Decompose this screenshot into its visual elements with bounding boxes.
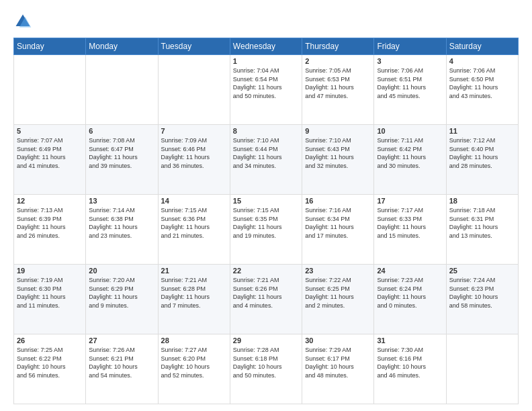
- calendar-cell: 28Sunrise: 7:27 AM Sunset: 6:20 PM Dayli…: [158, 334, 230, 404]
- day-number: 7: [161, 127, 227, 135]
- weekday-saturday: Saturday: [446, 38, 518, 55]
- calendar-cell: 2Sunrise: 7:05 AM Sunset: 6:53 PM Daylig…: [302, 55, 374, 125]
- logo-icon: [13, 12, 32, 31]
- calendar-cell: [158, 55, 230, 125]
- day-info: Sunrise: 7:28 AM Sunset: 6:18 PM Dayligh…: [233, 346, 299, 379]
- calendar-cell: 29Sunrise: 7:28 AM Sunset: 6:18 PM Dayli…: [230, 334, 302, 404]
- day-info: Sunrise: 7:29 AM Sunset: 6:17 PM Dayligh…: [305, 346, 371, 379]
- day-number: 2: [305, 57, 371, 65]
- day-number: 31: [377, 336, 443, 345]
- calendar-cell: 18Sunrise: 7:18 AM Sunset: 6:31 PM Dayli…: [446, 195, 518, 265]
- day-info: Sunrise: 7:15 AM Sunset: 6:35 PM Dayligh…: [233, 206, 299, 240]
- calendar-cell: [86, 55, 158, 125]
- day-number: 10: [377, 127, 443, 135]
- day-info: Sunrise: 7:19 AM Sunset: 6:30 PM Dayligh…: [17, 276, 83, 310]
- day-info: Sunrise: 7:08 AM Sunset: 6:47 PM Dayligh…: [89, 136, 154, 170]
- day-info: Sunrise: 7:23 AM Sunset: 6:24 PM Dayligh…: [377, 276, 443, 310]
- day-info: Sunrise: 7:30 AM Sunset: 6:16 PM Dayligh…: [377, 346, 443, 379]
- day-info: Sunrise: 7:24 AM Sunset: 6:23 PM Dayligh…: [449, 276, 515, 310]
- day-info: Sunrise: 7:06 AM Sunset: 6:50 PM Dayligh…: [449, 66, 515, 100]
- day-info: Sunrise: 7:27 AM Sunset: 6:20 PM Dayligh…: [161, 346, 227, 379]
- day-number: 21: [161, 267, 227, 275]
- calendar-cell: 20Sunrise: 7:20 AM Sunset: 6:29 PM Dayli…: [86, 265, 158, 334]
- day-info: Sunrise: 7:20 AM Sunset: 6:29 PM Dayligh…: [89, 276, 154, 310]
- weekday-header-row: SundayMondayTuesdayWednesdayThursdayFrid…: [14, 38, 519, 55]
- calendar-cell: 4Sunrise: 7:06 AM Sunset: 6:50 PM Daylig…: [446, 55, 518, 125]
- week-row-0: 1Sunrise: 7:04 AM Sunset: 6:54 PM Daylig…: [14, 55, 519, 125]
- day-info: Sunrise: 7:21 AM Sunset: 6:26 PM Dayligh…: [233, 276, 299, 310]
- logo: [13, 12, 35, 31]
- week-row-3: 19Sunrise: 7:19 AM Sunset: 6:30 PM Dayli…: [14, 265, 519, 334]
- calendar-cell: 22Sunrise: 7:21 AM Sunset: 6:26 PM Dayli…: [230, 265, 302, 334]
- calendar-cell: 6Sunrise: 7:08 AM Sunset: 6:47 PM Daylig…: [86, 125, 158, 195]
- day-number: 15: [233, 197, 299, 205]
- day-info: Sunrise: 7:26 AM Sunset: 6:21 PM Dayligh…: [89, 346, 154, 379]
- day-info: Sunrise: 7:22 AM Sunset: 6:25 PM Dayligh…: [305, 276, 371, 310]
- calendar-cell: 30Sunrise: 7:29 AM Sunset: 6:17 PM Dayli…: [302, 334, 374, 404]
- weekday-tuesday: Tuesday: [158, 38, 230, 55]
- calendar-cell: 8Sunrise: 7:10 AM Sunset: 6:44 PM Daylig…: [230, 125, 302, 195]
- calendar-cell: 13Sunrise: 7:14 AM Sunset: 6:38 PM Dayli…: [86, 195, 158, 265]
- calendar-cell: 10Sunrise: 7:11 AM Sunset: 6:42 PM Dayli…: [374, 125, 446, 195]
- weekday-monday: Monday: [86, 38, 158, 55]
- calendar-cell: 19Sunrise: 7:19 AM Sunset: 6:30 PM Dayli…: [14, 265, 86, 334]
- day-number: 17: [377, 197, 443, 205]
- day-number: 25: [449, 267, 515, 275]
- calendar-cell: 9Sunrise: 7:10 AM Sunset: 6:43 PM Daylig…: [302, 125, 374, 195]
- calendar-cell: 5Sunrise: 7:07 AM Sunset: 6:49 PM Daylig…: [14, 125, 86, 195]
- day-number: 13: [89, 197, 154, 205]
- day-number: 14: [161, 197, 227, 205]
- day-number: 19: [17, 267, 83, 275]
- calendar-cell: 16Sunrise: 7:16 AM Sunset: 6:34 PM Dayli…: [302, 195, 374, 265]
- calendar-cell: 31Sunrise: 7:30 AM Sunset: 6:16 PM Dayli…: [374, 334, 446, 404]
- day-info: Sunrise: 7:16 AM Sunset: 6:34 PM Dayligh…: [305, 206, 371, 240]
- day-number: 12: [17, 197, 83, 205]
- day-number: 27: [89, 336, 154, 345]
- day-number: 11: [449, 127, 515, 135]
- day-number: 26: [17, 336, 83, 345]
- weekday-friday: Friday: [374, 38, 446, 55]
- calendar-cell: 12Sunrise: 7:13 AM Sunset: 6:39 PM Dayli…: [14, 195, 86, 265]
- day-number: 29: [233, 336, 299, 345]
- weekday-thursday: Thursday: [302, 38, 374, 55]
- day-info: Sunrise: 7:13 AM Sunset: 6:39 PM Dayligh…: [17, 206, 83, 240]
- day-number: 3: [377, 57, 443, 65]
- week-row-2: 12Sunrise: 7:13 AM Sunset: 6:39 PM Dayli…: [14, 195, 519, 265]
- header: [13, 12, 519, 31]
- day-number: 28: [161, 336, 227, 345]
- day-info: Sunrise: 7:25 AM Sunset: 6:22 PM Dayligh…: [17, 346, 83, 379]
- day-number: 30: [305, 336, 371, 345]
- calendar-cell: 11Sunrise: 7:12 AM Sunset: 6:40 PM Dayli…: [446, 125, 518, 195]
- day-number: 18: [449, 197, 515, 205]
- day-info: Sunrise: 7:12 AM Sunset: 6:40 PM Dayligh…: [449, 136, 515, 170]
- weekday-sunday: Sunday: [14, 38, 86, 55]
- calendar-cell: 17Sunrise: 7:17 AM Sunset: 6:33 PM Dayli…: [374, 195, 446, 265]
- day-info: Sunrise: 7:18 AM Sunset: 6:31 PM Dayligh…: [449, 206, 515, 240]
- calendar-cell: [14, 55, 86, 125]
- day-info: Sunrise: 7:17 AM Sunset: 6:33 PM Dayligh…: [377, 206, 443, 240]
- day-info: Sunrise: 7:06 AM Sunset: 6:51 PM Dayligh…: [377, 66, 443, 100]
- calendar-cell: 25Sunrise: 7:24 AM Sunset: 6:23 PM Dayli…: [446, 265, 518, 334]
- calendar-cell: 26Sunrise: 7:25 AM Sunset: 6:22 PM Dayli…: [14, 334, 86, 404]
- day-info: Sunrise: 7:09 AM Sunset: 6:46 PM Dayligh…: [161, 136, 227, 170]
- day-number: 16: [305, 197, 371, 205]
- day-info: Sunrise: 7:14 AM Sunset: 6:38 PM Dayligh…: [89, 206, 154, 240]
- day-number: 6: [89, 127, 154, 135]
- calendar-cell: 27Sunrise: 7:26 AM Sunset: 6:21 PM Dayli…: [86, 334, 158, 404]
- calendar-cell: 3Sunrise: 7:06 AM Sunset: 6:51 PM Daylig…: [374, 55, 446, 125]
- calendar-cell: 7Sunrise: 7:09 AM Sunset: 6:46 PM Daylig…: [158, 125, 230, 195]
- calendar-cell: 24Sunrise: 7:23 AM Sunset: 6:24 PM Dayli…: [374, 265, 446, 334]
- calendar: SundayMondayTuesdayWednesdayThursdayFrid…: [13, 38, 519, 404]
- calendar-cell: 14Sunrise: 7:15 AM Sunset: 6:36 PM Dayli…: [158, 195, 230, 265]
- day-info: Sunrise: 7:11 AM Sunset: 6:42 PM Dayligh…: [377, 136, 443, 170]
- calendar-cell: 1Sunrise: 7:04 AM Sunset: 6:54 PM Daylig…: [230, 55, 302, 125]
- day-number: 4: [449, 57, 515, 65]
- calendar-cell: [446, 334, 518, 404]
- weekday-wednesday: Wednesday: [230, 38, 302, 55]
- day-number: 24: [377, 267, 443, 275]
- day-info: Sunrise: 7:10 AM Sunset: 6:44 PM Dayligh…: [233, 136, 299, 170]
- day-info: Sunrise: 7:10 AM Sunset: 6:43 PM Dayligh…: [305, 136, 371, 170]
- day-number: 23: [305, 267, 371, 275]
- calendar-cell: 15Sunrise: 7:15 AM Sunset: 6:35 PM Dayli…: [230, 195, 302, 265]
- week-row-1: 5Sunrise: 7:07 AM Sunset: 6:49 PM Daylig…: [14, 125, 519, 195]
